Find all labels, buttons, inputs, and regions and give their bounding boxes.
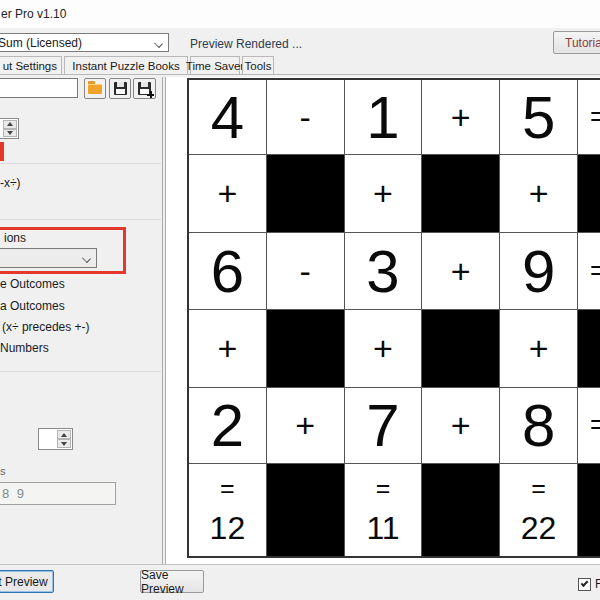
numbers-field-label: s [0, 465, 6, 477]
stepper-down-icon[interactable] [57, 439, 71, 448]
grid-cell-r4c3: + [422, 388, 499, 463]
option-numbers[interactable]: Numbers [0, 341, 49, 355]
tab-instant-puzzle-books[interactable]: Instant Puzzle Books [64, 56, 188, 74]
highlighted-section-label: ions [4, 231, 26, 245]
bottom-bar [0, 564, 600, 600]
grid-cell-r3c4: + [500, 310, 577, 387]
open-folder-button[interactable] [84, 78, 106, 99]
title-bar: er Pro v1.10 [0, 0, 600, 28]
separator [0, 371, 161, 372]
tab-time-saver[interactable]: Time Saver [190, 56, 240, 74]
save-as-button[interactable] [133, 78, 156, 99]
chevron-down-icon [82, 254, 91, 263]
stepper-down-icon[interactable] [3, 129, 17, 138]
tab-strip-border [0, 74, 600, 75]
option-outcomes-1[interactable]: e Outcomes [0, 277, 65, 291]
separator [0, 219, 161, 220]
grid-cell-r4c0: 2 [189, 388, 266, 463]
stepper-up-icon[interactable] [3, 120, 17, 129]
puzzle-type-select[interactable]: Sum (Licensed) [0, 33, 169, 52]
grid-cell-r4c2: 7 [345, 388, 422, 463]
grid-cell-r5c3 [422, 464, 499, 556]
check-icon [581, 579, 589, 587]
grid-cell-r0c3: + [422, 80, 499, 154]
tutorial-button[interactable]: Tutoria [553, 31, 600, 54]
puzzle-type-value: Sum (Licensed) [0, 36, 82, 50]
save-button[interactable] [109, 78, 131, 99]
grid-cell-r0c2: 1 [345, 80, 422, 154]
grid-cell-r1c0: + [189, 155, 266, 232]
grid-cell-r4c4: 8 [500, 388, 577, 463]
footer-checkbox-label: F [595, 577, 600, 591]
grid-cell-r0c1: - [267, 80, 344, 154]
grid-cell-r2c3: + [422, 233, 499, 309]
status-text: Preview Rendered ... [190, 37, 302, 51]
grid-cell-r0c4: 5 [500, 80, 577, 154]
grid-cell-r3c0: + [189, 310, 266, 387]
grid-cell-r1c4: + [500, 155, 577, 232]
chevron-down-icon [154, 39, 163, 48]
grid-cell-r2c4: 9 [500, 233, 577, 309]
grid-cell-r2c2: 3 [345, 233, 422, 309]
grid-cell-r2c0: 6 [189, 233, 266, 309]
option-outcomes-2[interactable]: a Outcomes [0, 299, 65, 313]
grid-cell-r4c1: + [267, 388, 344, 463]
grid-cell-r3c1 [267, 310, 344, 387]
grid-cell-r3c5 [578, 310, 600, 387]
save-preview-button[interactable]: Save Preview [140, 570, 204, 593]
tab-layout-settings[interactable]: ut Settings [0, 56, 62, 74]
folder-icon [88, 84, 102, 94]
print-preview-button[interactable]: t Preview [0, 570, 54, 593]
grid-cell-r1c2: + [345, 155, 422, 232]
file-path-input[interactable] [0, 78, 78, 98]
highlighted-dropdown[interactable] [0, 248, 97, 268]
numeric-stepper-bottom[interactable] [38, 428, 73, 450]
grid-cell-r1c5 [578, 155, 600, 232]
grid-cell-r5c1 [267, 464, 344, 556]
panel-divider [162, 77, 163, 564]
operator-note: -x÷) [0, 176, 21, 190]
grid-cell-r3c3 [422, 310, 499, 387]
tab-tools[interactable]: Tools [242, 56, 274, 74]
grid-cell-r1c3 [422, 155, 499, 232]
grid-cell-r2c1: - [267, 233, 344, 309]
grid-cell-r0c0: 4 [189, 80, 266, 154]
option-precedence[interactable]: (x÷ precedes +-) [2, 320, 90, 334]
grid-cell-r4c5: = [578, 388, 600, 463]
grid-cell-r0c5: = [578, 80, 600, 154]
grid-cell-r5c4: =22 [500, 464, 577, 556]
grid-cell-r5c2: =11 [345, 464, 422, 556]
stepper-up-icon[interactable] [57, 430, 71, 439]
grid-cell-r5c0: =12 [189, 464, 266, 556]
numeric-stepper-top[interactable] [0, 118, 19, 139]
puzzle-grid: 4-1+5=+++6-3+9=+++2+7+8==12=11=22 [187, 78, 600, 558]
save-icon [114, 82, 127, 95]
grid-cell-r1c1 [267, 155, 344, 232]
window-title: er Pro v1.10 [1, 7, 66, 21]
grid-cell-r3c2: + [345, 310, 422, 387]
footer-checkbox[interactable] [578, 578, 591, 591]
grid-cell-r2c5: = [578, 233, 600, 309]
numbers-list-input[interactable] [0, 482, 116, 505]
highlight-fragment [0, 142, 4, 161]
grid-cell-r5c5 [578, 464, 600, 556]
save-as-icon [138, 82, 151, 95]
separator [0, 163, 161, 164]
